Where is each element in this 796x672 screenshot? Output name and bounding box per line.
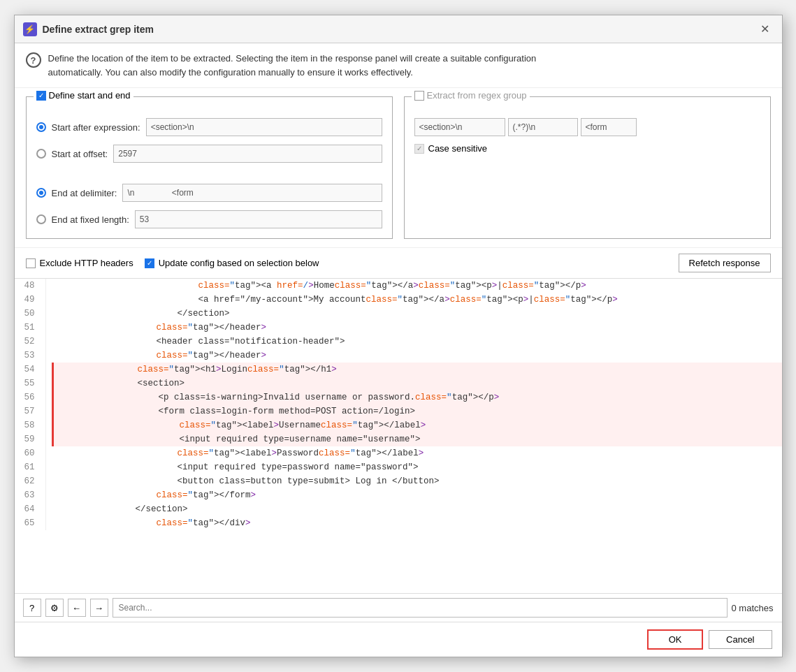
code-line: class="tag"><label>Passwordclass="tag"><… xyxy=(52,446,782,460)
case-sensitive-checkbox xyxy=(414,144,424,154)
regex-field-3 xyxy=(581,118,637,136)
title-bar-left: ⚡ Define extract grep item xyxy=(23,22,154,36)
code-lines: class="tag"><a href=/>Homeclass="tag"></… xyxy=(46,279,782,530)
code-scroll-wrapper[interactable]: class="tag"><a href=/>Homeclass="tag"></… xyxy=(46,279,782,530)
define-start-end-label: Define start and end xyxy=(49,90,131,101)
end-delimiter-row: End at delimiter: xyxy=(36,184,382,202)
code-line: <input required type=password name="pass… xyxy=(52,460,782,474)
code-line: </section> xyxy=(52,502,782,516)
title-bar: ⚡ Define extract grep item ✕ xyxy=(15,15,782,43)
start-offset-input[interactable] xyxy=(113,145,382,163)
code-line: class="tag"><label>Usernameclass="tag"><… xyxy=(52,418,782,432)
code-line: class="tag"></header> xyxy=(52,349,782,363)
close-button[interactable]: ✕ xyxy=(756,21,774,37)
extract-regex-legend: Extract from regex group xyxy=(412,90,530,101)
code-area: 484950515253545556575859606162636465 cla… xyxy=(15,278,782,593)
extract-regex-group: Extract from regex group Case sensitive xyxy=(404,96,771,239)
ok-button[interactable]: OK xyxy=(647,629,703,650)
start-offset-row: Start at offset: xyxy=(36,145,382,163)
exclude-http-item: Exclude HTTP headers xyxy=(26,258,133,268)
define-start-end-legend: Define start and end xyxy=(34,90,133,101)
regex-fields-row xyxy=(414,118,760,136)
code-line: class="tag"><h1>Loginclass="tag"></h1> xyxy=(52,363,782,377)
regex-field-2 xyxy=(508,118,578,136)
code-line: <button class=button type=submit> Log in… xyxy=(52,474,782,488)
end-delimiter-label: End at delimiter: xyxy=(52,188,117,198)
back-icon-btn[interactable]: ← xyxy=(68,599,86,617)
extract-regex-checkbox[interactable] xyxy=(414,91,424,101)
exclude-http-checkbox[interactable] xyxy=(26,258,36,268)
info-bar: ? Define the location of the item to be … xyxy=(15,43,782,88)
dialog-title: Define extract grep item xyxy=(43,24,154,35)
refetch-button[interactable]: Refetch response xyxy=(679,254,771,272)
code-line: class="tag"></div> xyxy=(52,516,782,530)
search-input[interactable] xyxy=(113,598,728,618)
start-offset-label: Start at offset: xyxy=(52,149,108,159)
end-fixed-label: End at fixed length: xyxy=(52,214,129,225)
code-line: </section> xyxy=(52,307,782,321)
exclude-http-label: Exclude HTTP headers xyxy=(40,258,133,268)
code-line: class="tag"></header> xyxy=(52,321,782,335)
bottom-bar: ? ⚙ ← → 0 matches xyxy=(15,593,782,622)
code-line: <p class=is-warning>Invalid username or … xyxy=(52,390,782,404)
end-fixed-row: End at fixed length: xyxy=(36,210,382,228)
start-after-radio[interactable] xyxy=(36,122,46,132)
end-delimiter-input[interactable] xyxy=(122,184,382,202)
define-start-end-checkbox[interactable] xyxy=(36,91,46,101)
config-area: Define start and end Start after express… xyxy=(15,88,782,248)
update-config-checkbox[interactable] xyxy=(145,258,154,268)
code-line: <header class="notification-header"> xyxy=(52,335,782,349)
options-left: Exclude HTTP headers Update config based… xyxy=(26,258,319,268)
info-icon: ? xyxy=(26,52,41,68)
code-line: <input required type=username name="user… xyxy=(52,432,782,446)
settings-icon-btn[interactable]: ⚙ xyxy=(45,599,64,617)
cancel-button[interactable]: Cancel xyxy=(709,630,772,649)
info-text: Define the location of the item to be ex… xyxy=(48,52,537,79)
forward-icon-btn[interactable]: → xyxy=(90,599,108,617)
case-sensitive-label: Case sensitive xyxy=(428,143,488,154)
code-container[interactable]: 484950515253545556575859606162636465 cla… xyxy=(15,279,782,530)
dialog-icon: ⚡ xyxy=(23,22,37,36)
code-line: <form class=login-form method=POST actio… xyxy=(52,404,782,418)
matches-text: 0 matches xyxy=(732,603,774,613)
code-line: <section> xyxy=(52,377,782,390)
extract-regex-label: Extract from regex group xyxy=(427,90,527,101)
define-start-end-group: Define start and end Start after express… xyxy=(26,96,393,239)
options-bar: Exclude HTTP headers Update config based… xyxy=(15,248,782,278)
line-numbers: 484950515253545556575859606162636465 xyxy=(15,279,46,530)
update-config-label: Update config based on selection below xyxy=(159,258,319,268)
end-fixed-radio[interactable] xyxy=(36,214,46,224)
start-after-input[interactable] xyxy=(146,118,382,136)
code-line: class="tag"><a href=/>Homeclass="tag"></… xyxy=(52,279,782,293)
code-line: class="tag"></form> xyxy=(52,488,782,502)
start-after-row: Start after expression: xyxy=(36,118,382,136)
help-icon-btn[interactable]: ? xyxy=(23,599,41,617)
start-after-label: Start after expression: xyxy=(52,122,140,133)
footer-bar: OK Cancel xyxy=(15,622,782,657)
start-offset-radio[interactable] xyxy=(36,149,46,159)
case-sensitive-row: Case sensitive xyxy=(414,143,760,154)
code-line: <a href="/my-account">My accountclass="t… xyxy=(52,293,782,307)
update-config-item: Update config based on selection below xyxy=(145,258,319,268)
end-delimiter-radio[interactable] xyxy=(36,188,46,198)
regex-field-1 xyxy=(414,118,505,136)
end-fixed-input[interactable] xyxy=(135,210,382,228)
dialog-window: ⚡ Define extract grep item ✕ ? Define th… xyxy=(14,15,783,657)
